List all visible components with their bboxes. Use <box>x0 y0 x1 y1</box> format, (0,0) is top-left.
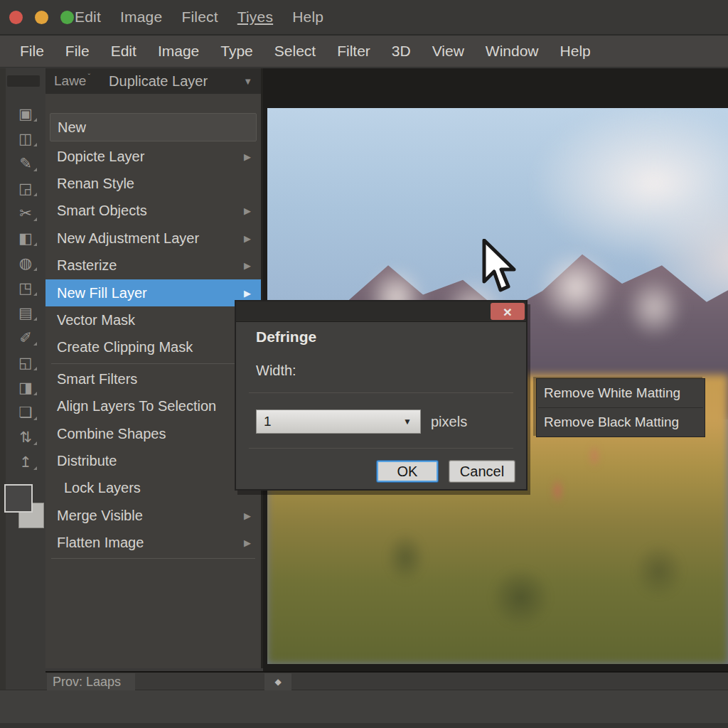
submenu-arrow-icon: ▶ <box>244 151 251 162</box>
menubar-item-select-5[interactable]: Select <box>274 43 316 60</box>
layer-menu-header: Lawe ˇ Duplicate Layer ▼ <box>46 68 261 94</box>
diamond-icon[interactable]: ◆ <box>264 673 291 690</box>
submenu-arrow-icon: ▶ <box>244 537 251 548</box>
tool-options-strip <box>7 75 40 87</box>
menu-item-label: Rasterize <box>57 257 117 274</box>
caret-icon: ˇ <box>87 73 90 81</box>
menubar-item-file-0[interactable]: File <box>20 43 44 60</box>
titlebar-menu-filect[interactable]: Filect <box>181 9 218 26</box>
submenu-item-remove-black-matting[interactable]: Remove Black Matting <box>537 408 705 437</box>
submenu-item-remove-white-matting[interactable]: Remove White Matting <box>537 379 705 407</box>
menu-item-new-adjustment-layer[interactable]: New Adjustment Layer▶ <box>46 225 261 252</box>
menu-item-align-layers-to-selection[interactable]: Align Layers To Selection <box>46 393 261 420</box>
eraser-tool-icon[interactable]: ◍ <box>11 250 40 275</box>
menu-item-merge-visible[interactable]: Merge Visible▶ <box>46 502 261 529</box>
dialog-divider <box>249 392 513 393</box>
folder-tool-icon[interactable]: ◱ <box>11 350 40 375</box>
foreground-color-swatch[interactable] <box>4 484 33 513</box>
crop-tool-icon[interactable]: ◳ <box>11 275 40 300</box>
ok-button[interactable]: OK <box>377 461 438 482</box>
menu-item-label: Combine Shapes <box>57 426 166 442</box>
titlebar-menu-help[interactable]: Help <box>292 9 323 26</box>
zoom-window-icon[interactable] <box>60 11 74 24</box>
defringe-dialog: × Defringe Width: 1 ▼ pixels OK Cancel <box>235 300 528 491</box>
width-dropdown[interactable]: 1 ▼ <box>256 410 421 434</box>
menubar-item-filter-6[interactable]: Filter <box>337 43 370 60</box>
submenu-arrow-icon: ▶ <box>244 233 251 244</box>
menu-item-label: Merge Visible <box>57 508 143 524</box>
menu-item-rasterize[interactable]: Rasterize▶ <box>46 252 261 279</box>
matting-submenu: Remove White MattingRemove Black Matting <box>536 378 705 437</box>
menu-item-vector-mask[interactable]: Vector Mask <box>46 306 261 333</box>
app-menubar: FileFileEditImageTypeSelectFilter3DViewW… <box>0 36 728 68</box>
fill-tool-icon[interactable]: ◧ <box>11 225 40 250</box>
menu-item-create-clipping-mask[interactable]: Create Clipping Mask <box>46 334 261 361</box>
draw-tool-icon[interactable]: ✐ <box>11 325 40 350</box>
distribute-tool-icon[interactable]: ⇅ <box>11 424 40 449</box>
menu-item-label: New Adjustment Layer <box>57 230 199 247</box>
cut-tool-icon[interactable]: ✂ <box>11 200 40 225</box>
layer-menu-title: Duplicate Layer <box>109 73 208 90</box>
submenu-arrow-icon: ▶ <box>244 260 251 271</box>
close-icon[interactable]: × <box>491 303 525 320</box>
titlebar-menu-image[interactable]: Image <box>120 9 162 26</box>
menu-item-label: Distribute <box>57 453 117 469</box>
copy-tool-icon[interactable]: ❏ <box>11 400 40 424</box>
menubar-item-3d-7[interactable]: 3D <box>392 43 411 60</box>
width-value: 1 <box>257 414 272 429</box>
menu-item-label: New Fill Layer <box>57 285 147 301</box>
bottom-panel <box>0 690 728 728</box>
close-window-icon[interactable] <box>9 11 23 24</box>
menubar-item-file-1[interactable]: File <box>65 43 90 60</box>
export-tool-icon[interactable]: ↥ <box>11 449 40 474</box>
tools-panel: ▣◫✎◲✂◧◍◳▤✐◱◨❏⇅↥ <box>0 68 46 690</box>
menu-item-label: Dopicte Layer <box>57 149 144 165</box>
status-bar: Prov: Laaps ◆ <box>46 671 728 690</box>
minimize-window-icon[interactable] <box>35 11 48 24</box>
menu-item-dopicte-layer[interactable]: Dopicte Layer▶ <box>46 143 261 170</box>
quick-select-tool-icon[interactable]: ◲ <box>11 176 40 200</box>
panel-edge <box>0 68 6 690</box>
status-label: Prov: Laaps <box>47 673 135 690</box>
menu-item-new[interactable]: New <box>50 113 257 141</box>
menu-item-combine-shapes[interactable]: Combine Shapes <box>46 420 261 447</box>
menu-separator <box>46 557 261 561</box>
layer-menu-panel: Lawe ˇ Duplicate Layer ▼ NewDopicte Laye… <box>46 68 263 668</box>
menu-item-smart-objects[interactable]: Smart Objects▶ <box>46 198 261 225</box>
shape-tool-icon[interactable]: ◨ <box>11 375 40 400</box>
cancel-button[interactable]: Cancel <box>449 461 515 482</box>
move-tool-icon[interactable]: ▣ <box>11 101 40 126</box>
titlebar-menu-tiyes[interactable]: Tiyes <box>237 9 273 26</box>
menubar-item-view-8[interactable]: View <box>432 43 464 60</box>
menubar-item-help-10[interactable]: Help <box>560 43 591 60</box>
chevron-down-icon[interactable]: ▼ <box>403 417 420 427</box>
layer-menu-name: Lawe <box>54 73 86 89</box>
menubar-item-type-4[interactable]: Type <box>220 43 253 60</box>
menu-item-renan-style[interactable]: Renan Style <box>46 170 261 197</box>
menu-item-label: Create Clipping Mask <box>57 339 193 355</box>
menu-item-flatten-image[interactable]: Flatten Image▶ <box>46 529 261 556</box>
menu-item-lock-layers[interactable]: Lock Layers <box>46 475 261 502</box>
dialog-titlebar[interactable]: × <box>236 301 526 322</box>
submenu-arrow-icon: ▶ <box>244 288 251 299</box>
menubar-item-image-3[interactable]: Image <box>158 43 199 60</box>
pen-tool-icon[interactable]: ✎ <box>11 151 40 176</box>
submenu-arrow-icon: ▶ <box>244 510 251 521</box>
menu-item-label: New <box>58 119 86 136</box>
menubar-item-window-9[interactable]: Window <box>486 43 539 60</box>
marquee-tool-icon[interactable]: ◫ <box>11 126 40 151</box>
menu-item-distribute[interactable]: Distribute <box>46 447 261 474</box>
layer-menu-list: NewDopicte Layer▶Renan StyleSmart Object… <box>46 113 261 561</box>
duplicate-tool-icon[interactable]: ▤ <box>11 300 40 325</box>
menu-item-label: Lock Layers <box>64 480 141 496</box>
titlebar-menu-edit[interactable]: Edit <box>75 9 101 26</box>
unit-label: pixels <box>431 414 467 430</box>
tool-list: ▣◫✎◲✂◧◍◳▤✐◱◨❏⇅↥ <box>6 101 46 474</box>
menubar-item-edit-2[interactable]: Edit <box>111 43 136 60</box>
color-swatches <box>3 484 43 530</box>
collapse-icon[interactable]: ▼ <box>243 76 252 87</box>
menu-item-smart-filters[interactable]: Smart Filters <box>46 365 261 392</box>
submenu-arrow-icon: ▶ <box>244 205 251 216</box>
menu-item-label: Vector Mask <box>57 312 135 328</box>
menu-item-new-fill-layer[interactable]: New Fill Layer▶ <box>46 279 261 306</box>
